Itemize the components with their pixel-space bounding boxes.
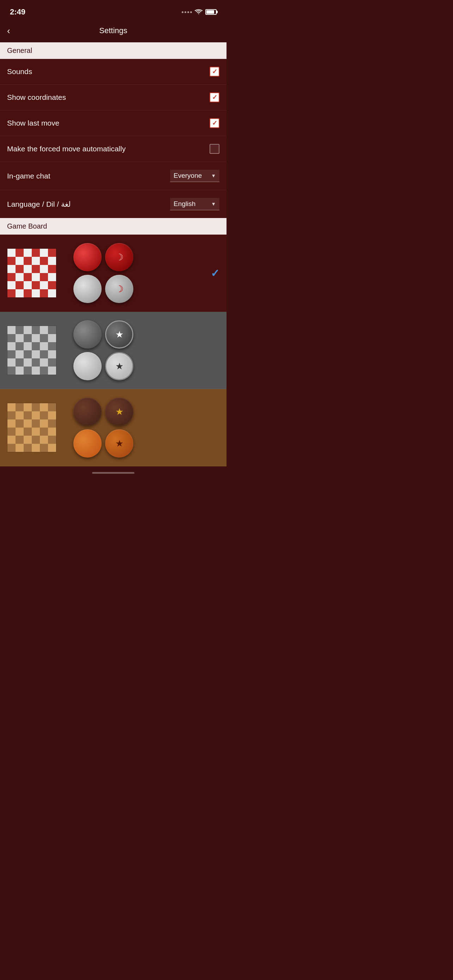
show-coordinates-checkbox[interactable] <box>210 92 219 102</box>
in-game-chat-value: Everyone <box>173 172 202 180</box>
nav-bar: ‹ Settings <box>0 21 227 42</box>
checkerboard-gray <box>7 326 56 375</box>
show-last-move-label: Show last move <box>7 119 59 127</box>
in-game-chat-setting: In-game chat Everyone ▼ <box>0 162 227 190</box>
piece-dark-gray <box>73 320 102 348</box>
battery-icon <box>205 9 217 15</box>
in-game-chat-label: In-game chat <box>7 172 51 180</box>
language-arrow: ▼ <box>211 201 216 207</box>
sounds-setting: Sounds <box>0 59 227 85</box>
piece-dark-gray-king: ★ <box>105 320 134 348</box>
piece-dark-brown-king: ★ <box>105 398 134 426</box>
piece-silver-king: ★ <box>105 352 134 380</box>
language-label: Language / Dil / لغة <box>7 200 71 208</box>
board-theme-gray[interactable]: ★ ★ <box>0 312 227 389</box>
piece-red-plain <box>73 243 102 271</box>
piece-dark-brown <box>73 398 102 426</box>
sounds-checkbox[interactable] <box>210 67 219 76</box>
checkerboard-red <box>7 248 56 298</box>
status-icons <box>182 9 217 15</box>
piece-white-plain <box>73 275 102 303</box>
status-bar: 2:49 <box>0 0 227 21</box>
sounds-label: Sounds <box>7 67 32 76</box>
piece-grid-gray: ★ ★ <box>73 320 134 380</box>
show-coordinates-setting: Show coordinates <box>0 85 227 110</box>
checkerboard-wood <box>7 403 56 452</box>
forced-move-checkbox[interactable] <box>210 144 219 154</box>
general-section-header: General <box>0 42 227 59</box>
show-coordinates-label: Show coordinates <box>7 93 66 102</box>
back-button[interactable]: ‹ <box>7 25 10 37</box>
piece-white-king-red: ☽ <box>105 275 134 303</box>
wifi-icon <box>195 9 202 15</box>
signal-icon <box>182 11 192 13</box>
selected-checkmark: ✓ <box>211 267 219 279</box>
nav-title: Settings <box>99 26 127 35</box>
bottom-indicator <box>0 466 227 481</box>
language-setting: Language / Dil / لغة English ▼ <box>0 190 227 218</box>
show-last-move-setting: Show last move <box>0 110 227 136</box>
forced-move-label: Make the forced move automatically <box>7 145 126 153</box>
board-theme-wood[interactable]: ★ ★ <box>0 389 227 466</box>
piece-orange <box>73 430 102 458</box>
board-theme-red[interactable]: ☽ ☽ ✓ <box>0 235 227 312</box>
settings-list: Sounds Show coordinates Show last move M… <box>0 59 227 218</box>
in-game-chat-dropdown[interactable]: Everyone ▼ <box>170 170 219 182</box>
language-value: English <box>173 200 196 208</box>
forced-move-setting: Make the forced move automatically <box>0 136 227 162</box>
piece-grid-red: ☽ ☽ <box>73 243 134 303</box>
piece-grid-wood: ★ ★ <box>73 398 134 458</box>
king-crescent-red-icon: ☽ <box>115 284 124 294</box>
game-board-section-header: Game Board <box>0 218 227 235</box>
home-indicator <box>92 472 134 474</box>
show-last-move-checkbox[interactable] <box>210 118 219 128</box>
in-game-chat-arrow: ▼ <box>211 173 216 178</box>
language-dropdown[interactable]: English ▼ <box>170 198 219 210</box>
king-crescent-icon: ☽ <box>115 252 124 263</box>
piece-silver <box>73 352 102 380</box>
piece-orange-king: ★ <box>105 430 134 458</box>
status-time: 2:49 <box>10 7 25 17</box>
piece-red-king: ☽ <box>105 243 134 271</box>
